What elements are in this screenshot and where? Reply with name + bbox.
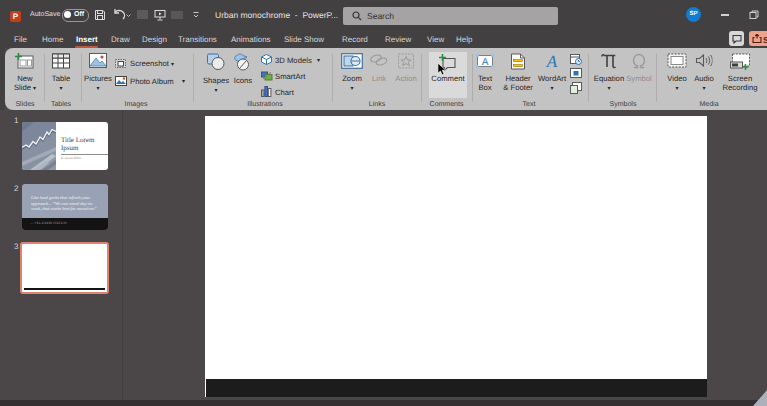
svg-text:A: A [482,57,489,68]
svg-text:A: A [546,53,558,70]
